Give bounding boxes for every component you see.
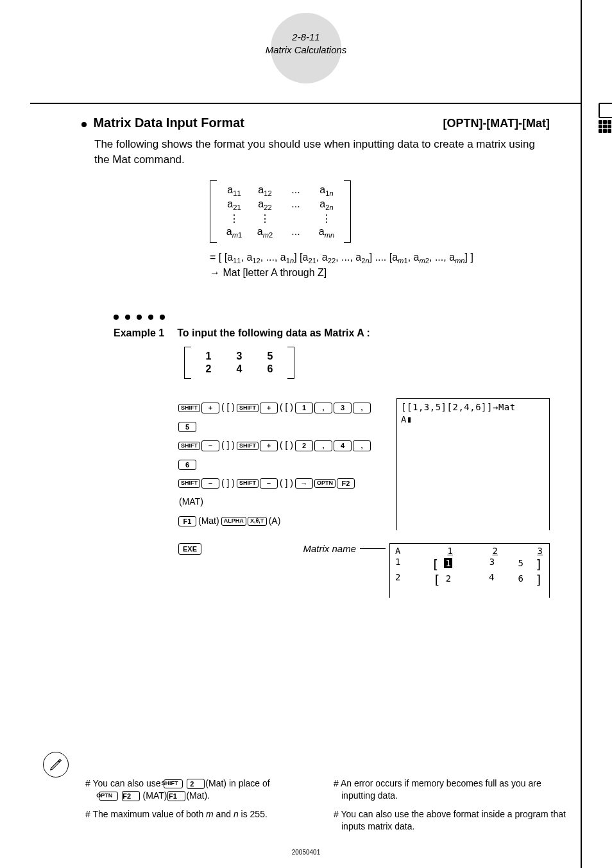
page-ref: 2-8-11 [30, 31, 582, 44]
page-section-title: Matrix Calculations [30, 44, 582, 56]
footnote-right: # An error occurs if memory becomes full… [334, 777, 569, 839]
five-key[interactable]: 5 [178, 422, 196, 432]
three-key[interactable]: 3 [334, 403, 352, 413]
pencil-icon [43, 752, 69, 777]
alpha-key[interactable]: ALPHA [221, 517, 246, 526]
leader-line [360, 548, 386, 549]
plus-key[interactable]: + [201, 403, 219, 413]
comma-key[interactable]: , [353, 440, 371, 451]
shift-key[interactable]: SHIFT [237, 404, 259, 413]
footer-date: 20050401 [30, 849, 582, 856]
comma-key[interactable]: , [314, 403, 332, 413]
shift-key[interactable]: SHIFT [237, 442, 259, 451]
calculator-icon [599, 103, 612, 133]
plus-key[interactable]: + [260, 440, 278, 451]
example-text: To input the following data as Matrix A … [177, 327, 370, 339]
example-matrix: 135 246 [184, 347, 550, 379]
one-key[interactable]: 1 [295, 403, 313, 413]
calc-screen-2: A 1 2 3 1 [1 3 5] 2 [2 4 [389, 543, 550, 598]
shift-key[interactable]: SHIFT [178, 479, 200, 488]
shift-key[interactable]: SHIFT [178, 442, 200, 451]
section-tag: [OPTN]-[MAT]-[Mat] [443, 117, 550, 130]
intro-text: The following shows the format you shoul… [94, 137, 550, 168]
shift-key[interactable]: SHIFT [178, 404, 200, 413]
example-dots [114, 311, 550, 322]
four-key[interactable]: 4 [334, 440, 352, 451]
optn-key[interactable]: OPTN [314, 479, 336, 488]
comma-key[interactable]: , [314, 440, 332, 451]
calc-screen-1: [[1,3,5][2,4,6]]→Mat A▮ [396, 398, 550, 530]
key-sequence: SHIFT+( [ )SHIFT+( [ )1,3,5 SHIFT−( ] )S… [178, 398, 377, 530]
minus-key[interactable]: − [260, 478, 278, 489]
example-label: Example 1 [114, 327, 164, 339]
section-title: Matrix Data Input Format [93, 116, 244, 130]
six-key[interactable]: 6 [178, 460, 196, 470]
matrix-name-label: Matrix name [303, 543, 356, 554]
exe-key[interactable]: EXE [178, 543, 201, 555]
xot-key[interactable]: X,θ,T [248, 517, 267, 526]
minus-key[interactable]: − [201, 478, 219, 489]
matrix-arrow-line: → Mat [letter A through Z] [210, 267, 550, 279]
plus-key[interactable]: + [260, 403, 278, 413]
two-key[interactable]: 2 [295, 440, 313, 451]
minus-key[interactable]: − [201, 440, 219, 451]
shift-key[interactable]: SHIFT [237, 479, 259, 488]
horizontal-rule [30, 103, 582, 104]
f1-key[interactable]: F1 [178, 516, 196, 526]
page-header: 2-8-11 Matrix Calculations [30, 13, 582, 71]
bullet-icon [81, 122, 87, 127]
arrow-key[interactable]: → [295, 478, 313, 489]
page-divider [581, 0, 582, 868]
f2-key[interactable]: F2 [337, 478, 355, 489]
general-matrix-block: a11a12...a1n a21a22...a2n ⋮⋮⋮ am1am2...a… [210, 180, 550, 279]
footnote-left: # You can also use SHIFT 2(Mat) in place… [85, 777, 321, 827]
comma-key[interactable]: , [353, 403, 371, 413]
matrix-equation: = [ [a11, a12, ..., a1n] [a21, a22, ...,… [210, 252, 550, 265]
